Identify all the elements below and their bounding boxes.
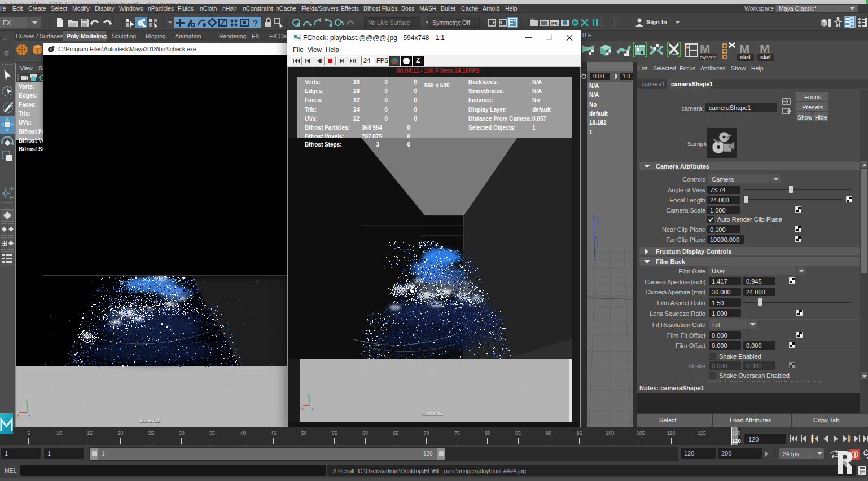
svg-text:IPR: IPR — [551, 21, 558, 25]
svg-text:?: ? — [253, 18, 258, 28]
